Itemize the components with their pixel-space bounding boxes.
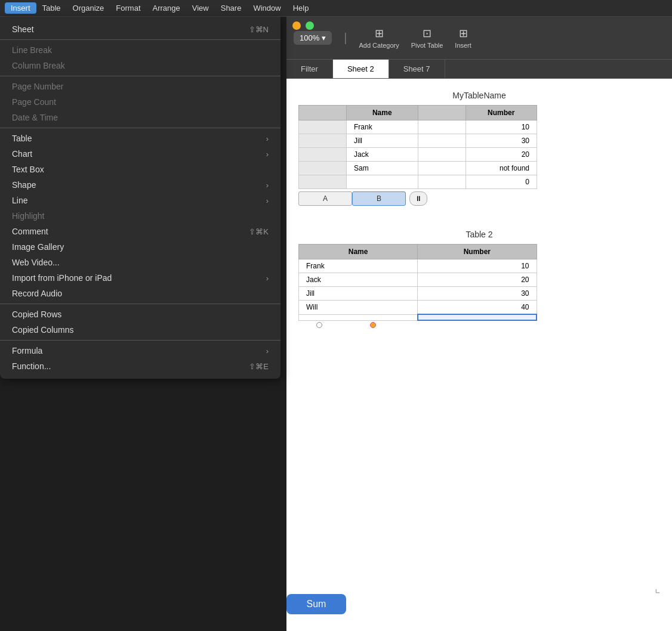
add-col-button[interactable]: ⏸ xyxy=(409,191,427,206)
menu-format[interactable]: Format xyxy=(110,2,146,14)
divider-1 xyxy=(0,39,280,40)
table1-row4-header xyxy=(299,162,347,175)
zoom-button[interactable]: 100% ▾ xyxy=(294,31,332,45)
table1-col-header-empty2 xyxy=(418,106,466,120)
tab-bar: Filter Sheet 2 Sheet 7 xyxy=(286,60,672,79)
table1-row3-number[interactable]: 20 xyxy=(466,148,537,162)
menu-item-import-iphone[interactable]: Import from iPhone or iPad › xyxy=(0,270,280,286)
table-row: Frank 10 xyxy=(299,120,537,134)
menu-item-copied-columns[interactable]: Copied Columns xyxy=(0,322,280,338)
menu-item-function[interactable]: Function... ⇧⌘E xyxy=(0,358,280,374)
table2-col-header-number[interactable]: Number xyxy=(418,245,537,259)
insert-dropdown-menu: Sheet ⇧⌘N Line Break Column Break Page N… xyxy=(0,17,280,379)
toolbar-insert[interactable]: ⊞ Insert xyxy=(455,27,471,49)
minimize-button[interactable] xyxy=(292,21,301,30)
table2-container: Table 2 Name Number Frank 10 Jack 20 Jil… xyxy=(298,230,660,328)
divider-3 xyxy=(0,128,280,128)
menu-item-line[interactable]: Line › xyxy=(0,193,280,208)
menu-item-text-box[interactable]: Text Box xyxy=(0,162,280,177)
table1-row5-header xyxy=(299,175,347,189)
table1-col-header-number[interactable]: Number xyxy=(466,106,537,120)
table1: Name Number Frank 10 Jill 30 xyxy=(298,105,537,189)
table1-row5-number[interactable]: 0 xyxy=(466,175,537,189)
menu-table[interactable]: Table xyxy=(36,2,67,14)
menu-window[interactable]: Window xyxy=(247,2,286,14)
table1-row3-name[interactable]: Jack xyxy=(347,148,418,162)
table1-row1-header xyxy=(299,120,347,134)
window-controls xyxy=(292,21,314,30)
menu-item-copied-rows[interactable]: Copied Rows xyxy=(0,307,280,322)
table1-row5-empty[interactable] xyxy=(418,175,466,189)
toolbar-divider: | xyxy=(344,31,347,45)
menu-item-page-count: Page Count xyxy=(0,94,280,110)
menu-item-line-break: Line Break xyxy=(0,42,280,58)
menu-item-shape[interactable]: Shape › xyxy=(0,177,280,193)
tab-filter[interactable]: Filter xyxy=(286,60,333,78)
table1-col-header-name[interactable]: Name xyxy=(347,106,418,120)
table2: Name Number Frank 10 Jack 20 Jill 30 xyxy=(298,244,537,321)
table-row: Frank 10 xyxy=(299,259,537,273)
menu-share[interactable]: Share xyxy=(215,2,248,14)
menu-help[interactable]: Help xyxy=(287,2,315,14)
menu-insert[interactable]: Insert xyxy=(5,2,36,14)
table2-row4-name[interactable]: Will xyxy=(299,301,418,315)
tab-sheet7[interactable]: Sheet 7 xyxy=(389,60,445,78)
col-b-button[interactable]: B xyxy=(352,191,406,206)
table1-row1-empty[interactable] xyxy=(418,120,466,134)
menu-item-web-video[interactable]: Web Video... xyxy=(0,255,280,270)
table-row: Will 40 xyxy=(299,301,537,315)
divider-5 xyxy=(0,340,280,341)
table1-row4-name[interactable]: Sam xyxy=(347,162,418,175)
menu-organize[interactable]: Organize xyxy=(67,2,110,14)
table2-row5-name[interactable] xyxy=(299,314,418,320)
table2-row3-name[interactable]: Jill xyxy=(299,287,418,301)
table-row: Jack 20 xyxy=(299,273,537,287)
divider-2 xyxy=(0,76,280,76)
maximize-button[interactable] xyxy=(306,21,314,30)
table2-row3-number[interactable]: 30 xyxy=(418,287,537,301)
menu-item-comment[interactable]: Comment ⇧⌘K xyxy=(0,224,280,239)
table1-row1-number[interactable]: 10 xyxy=(466,120,537,134)
menu-item-formula[interactable]: Formula › xyxy=(0,343,280,358)
table-row: Sam not found xyxy=(299,162,537,175)
toolbar-add-category[interactable]: ⊞ Add Category xyxy=(359,27,399,49)
table2-row2-name[interactable]: Jack xyxy=(299,273,418,287)
table1-row2-number[interactable]: 30 xyxy=(466,134,537,148)
table2-col-header-name[interactable]: Name xyxy=(299,245,418,259)
table1-row2-name[interactable]: Jill xyxy=(347,134,418,148)
table1-container: MyTableName Name Number Frank 10 xyxy=(298,91,660,206)
menu-item-sheet[interactable]: Sheet ⇧⌘N xyxy=(0,21,280,37)
table2-row1-number[interactable]: 10 xyxy=(418,259,537,273)
tab-sheet2[interactable]: Sheet 2 xyxy=(333,60,389,78)
resize-handle-left[interactable] xyxy=(316,322,322,328)
resize-icon: ⌞ xyxy=(655,581,660,595)
sum-popup[interactable]: Sum xyxy=(286,594,346,614)
table1-row2-empty[interactable] xyxy=(418,134,466,148)
table1-row4-number[interactable]: not found xyxy=(466,162,537,175)
table1-row1-name[interactable]: Frank xyxy=(347,120,418,134)
chevron-down-icon: ▾ xyxy=(322,33,326,42)
table1-row4-empty[interactable] xyxy=(418,162,466,175)
table-row xyxy=(299,314,537,320)
table2-row2-number[interactable]: 20 xyxy=(418,273,537,287)
toolbar-pivot-table[interactable]: ⊡ Pivot Table xyxy=(411,27,443,49)
table2-row1-name[interactable]: Frank xyxy=(299,259,418,273)
menu-item-page-number: Page Number xyxy=(0,79,280,94)
table2-row5-number[interactable] xyxy=(418,314,537,320)
table1-row3-empty[interactable] xyxy=(418,148,466,162)
table1-col-header-empty xyxy=(299,106,347,120)
menu-item-record-audio[interactable]: Record Audio xyxy=(0,286,280,301)
menu-arrange[interactable]: Arrange xyxy=(147,2,186,14)
menu-view[interactable]: View xyxy=(186,2,215,14)
menu-item-table[interactable]: Table › xyxy=(0,131,280,146)
table2-row4-number[interactable]: 40 xyxy=(418,301,537,315)
menu-item-chart[interactable]: Chart › xyxy=(0,146,280,162)
table1-title: MyTableName xyxy=(298,91,660,100)
resize-handle-right[interactable] xyxy=(370,322,376,328)
pivot-table-icon: ⊡ xyxy=(423,27,431,40)
col-a-button[interactable]: A xyxy=(298,191,352,206)
menu-item-highlight: Highlight xyxy=(0,208,280,224)
menu-item-image-gallery[interactable]: Image Gallery xyxy=(0,239,280,255)
table-row: Jack 20 xyxy=(299,148,537,162)
table1-row5-name[interactable] xyxy=(347,175,418,189)
